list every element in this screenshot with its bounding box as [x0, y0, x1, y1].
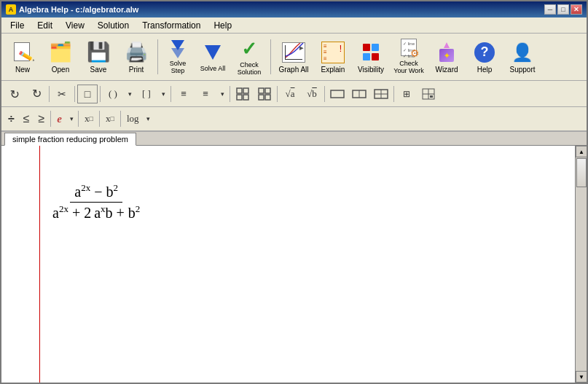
- euler-button[interactable]: e: [53, 109, 66, 128]
- rect-btn-1[interactable]: [327, 85, 348, 103]
- round-brackets-dropdown[interactable]: ▾: [125, 85, 135, 103]
- menu-edit[interactable]: Edit: [31, 19, 58, 32]
- check-work-icon: ✓ line✓ line✓ line ⚙: [397, 39, 420, 59]
- scroll-down-button[interactable]: ▼: [576, 371, 587, 383]
- support-button[interactable]: 👤 Support: [504, 36, 541, 77]
- more-btn-2[interactable]: [418, 85, 439, 103]
- graph-all-label: Graph All: [278, 66, 308, 74]
- solve-step-button[interactable]: SolveStep: [161, 36, 195, 77]
- sqrt-a-button[interactable]: √a: [280, 85, 300, 103]
- window-title: Algebra Help - c:/algebrator.alw: [19, 5, 138, 14]
- undo-button[interactable]: ↺: [4, 85, 25, 103]
- math-area: a2x − b2 a2x + 2 axb + b2: [1, 146, 575, 383]
- solve-step-label: SolveStep: [170, 60, 187, 75]
- power-button[interactable]: x□: [81, 109, 97, 128]
- matrix-btn-1[interactable]: [232, 85, 253, 103]
- leq-button[interactable]: ≤: [20, 109, 34, 128]
- content-inner[interactable]: a2x − b2 a2x + 2 axb + b2: [1, 146, 575, 383]
- redo-button[interactable]: ↻: [26, 85, 47, 103]
- fraction-denominator: a2x + 2 axb + b2: [48, 203, 144, 222]
- title-buttons: ─ □ ✕: [544, 4, 582, 15]
- fraction-tab-label: simple fraction reducing problem: [12, 135, 128, 144]
- fraction-numerator: a2x − b2: [70, 182, 122, 203]
- save-icon: 💾: [87, 41, 110, 64]
- scroll-thumb[interactable]: [576, 158, 587, 187]
- scroll-track[interactable]: [576, 157, 587, 371]
- menu-transformation[interactable]: Transformation: [136, 19, 206, 32]
- bracket-combo-icon: [374, 88, 388, 100]
- solve-all-icon: [201, 41, 224, 64]
- log-dropdown[interactable]: ▾: [144, 109, 153, 128]
- tb2-sep-4: [170, 86, 171, 102]
- svg-rect-4: [259, 88, 264, 93]
- open-button[interactable]: 🗂️ Open: [42, 36, 79, 77]
- help-icon: ?: [473, 41, 496, 64]
- red-margin-line: [39, 146, 40, 383]
- explain-icon: ≡≡≡ !: [321, 41, 345, 64]
- solve-all-button[interactable]: Solve All: [196, 36, 230, 77]
- print-label: Print: [129, 66, 144, 74]
- tb2-sep-6: [277, 86, 278, 102]
- square-brackets-button[interactable]: [ ]: [136, 85, 157, 103]
- main-window: A Algebra Help - c:/algebrator.alw ─ □ ✕…: [0, 0, 588, 384]
- explain-label: Explain: [321, 66, 345, 74]
- divide-button[interactable]: ÷: [4, 109, 18, 128]
- rect-btn-2[interactable]: [349, 85, 369, 103]
- geq-button[interactable]: ≥: [35, 109, 49, 128]
- scroll-up-button[interactable]: ▲: [576, 146, 587, 157]
- app-icon: A: [6, 4, 16, 15]
- new-button[interactable]: ✏️ New: [4, 36, 41, 77]
- solve-all-label: Solve All: [200, 66, 226, 73]
- tab-bar: simple fraction reducing problem: [1, 132, 587, 146]
- square-brackets-dropdown[interactable]: ▾: [158, 85, 168, 103]
- matrix-btn-2[interactable]: [254, 85, 275, 103]
- check-solution-icon: ✓: [238, 38, 261, 60]
- maximize-button[interactable]: □: [557, 4, 569, 15]
- tb2-sep-1: [49, 86, 50, 102]
- new-icon: ✏️: [11, 41, 34, 64]
- check-work-button[interactable]: ✓ line✓ line✓ line ⚙ CheckYour Work: [391, 36, 427, 77]
- rect-icon-2: [352, 88, 366, 100]
- round-brackets-button[interactable]: ( ): [103, 85, 123, 103]
- menu-solution[interactable]: Solution: [92, 19, 135, 32]
- menu-view[interactable]: View: [60, 19, 90, 32]
- blank-doc-button[interactable]: □: [77, 85, 98, 103]
- bracket-combo-button[interactable]: [371, 85, 391, 103]
- subscript-button[interactable]: x□: [102, 109, 118, 128]
- close-button[interactable]: ✕: [571, 4, 582, 15]
- save-button[interactable]: 💾 Save: [80, 36, 117, 77]
- menu-file[interactable]: File: [4, 19, 30, 32]
- tb2-sep-5: [230, 86, 230, 102]
- matrix-icon: [236, 87, 249, 101]
- svg-rect-7: [265, 95, 270, 100]
- align-center-button[interactable]: ≡: [195, 85, 216, 103]
- log-button[interactable]: log: [123, 109, 143, 128]
- tb3-sep-1: [50, 111, 51, 127]
- fraction-tab[interactable]: simple fraction reducing problem: [4, 133, 136, 146]
- align-dropdown[interactable]: ▾: [217, 85, 227, 103]
- more-btn[interactable]: ⊞: [396, 85, 417, 103]
- support-label: Support: [509, 66, 535, 74]
- svg-rect-17: [430, 95, 433, 98]
- graph-all-button[interactable]: ▸ Graph All: [274, 36, 313, 77]
- minimize-button[interactable]: ─: [544, 4, 556, 15]
- explain-button[interactable]: ≡≡≡ ! Explain: [315, 36, 351, 77]
- sqrt-b-button[interactable]: √b: [302, 85, 322, 103]
- scissors-button[interactable]: ✂: [52, 85, 72, 103]
- graph-all-icon: ▸: [282, 41, 305, 64]
- align-left-button[interactable]: ≡: [173, 85, 194, 103]
- wizard-button[interactable]: ✦ Wizard: [428, 36, 465, 77]
- euler-dropdown[interactable]: ▾: [67, 109, 76, 128]
- wizard-label: Wizard: [435, 66, 458, 74]
- help-label: Help: [477, 66, 493, 74]
- print-button[interactable]: 🖨️ Print: [118, 36, 154, 77]
- tb3-sep-3: [99, 111, 100, 127]
- menu-help[interactable]: Help: [208, 19, 238, 32]
- tb3-sep-2: [78, 111, 79, 127]
- check-solution-button[interactable]: ✓ CheckSolution: [231, 36, 267, 77]
- help-button[interactable]: ? Help: [466, 36, 503, 77]
- visibility-button[interactable]: Visibility: [353, 36, 389, 77]
- svg-rect-2: [237, 95, 242, 100]
- support-icon: 👤: [511, 41, 534, 64]
- wizard-icon: ✦: [435, 41, 458, 64]
